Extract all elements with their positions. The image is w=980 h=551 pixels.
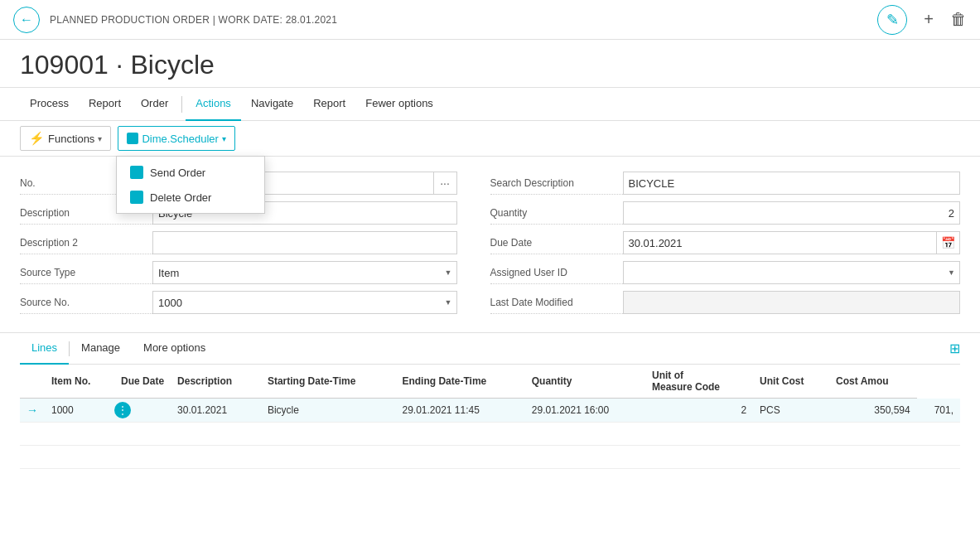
- lines-tab-lines[interactable]: Lines: [20, 333, 69, 365]
- lines-section: Lines Manage More options ⊞ Item No. Due…: [0, 332, 980, 469]
- scheduler-arrow: ▾: [222, 134, 226, 143]
- col-arrow: [20, 365, 45, 399]
- select-assigned-user[interactable]: [623, 261, 961, 284]
- tab-separator: [181, 96, 182, 113]
- label-quantity: Quantity: [490, 201, 623, 225]
- send-order-label: Send Order: [150, 167, 205, 179]
- field-source-type: Item: [152, 261, 457, 284]
- form-right-col: Search Description Quantity Due Date 📅 A…: [490, 170, 961, 319]
- label-description2: Description 2: [20, 231, 152, 254]
- page-heading: 109001 · Bicycle: [0, 40, 980, 88]
- table-row: [20, 423, 960, 446]
- back-button[interactable]: ←: [13, 7, 40, 33]
- col-starting: Starting Date-Time: [261, 365, 396, 399]
- form-row-search-desc: Search Description: [490, 170, 961, 196]
- dropdown-item-send-order[interactable]: Send Order: [117, 160, 264, 185]
- scheduler-dropdown: Send Order Delete Order: [116, 156, 265, 214]
- action-bar: ⚡ Functions ▾ Dime.Scheduler ▾ Send Orde…: [0, 121, 980, 157]
- col-ending: Ending Date-Time: [395, 365, 524, 399]
- form-row-last-modified: Last Date Modified: [490, 289, 961, 316]
- functions-label: Functions: [48, 133, 94, 145]
- calendar-button[interactable]: 📅: [937, 231, 960, 254]
- row-item-no: 1000: [45, 399, 114, 423]
- col-item-no: Item No.: [45, 365, 114, 399]
- delete-order-icon: [130, 191, 143, 204]
- row-starting: 29.01.2021 11:45: [395, 399, 524, 423]
- lines-tab-manage[interactable]: Manage: [70, 333, 132, 365]
- table-row: [20, 446, 960, 469]
- functions-icon: ⚡: [29, 131, 45, 146]
- select-source-type[interactable]: Item: [152, 261, 457, 284]
- tab-process[interactable]: Process: [20, 88, 79, 121]
- scheduler-label: Dime.Scheduler: [142, 133, 219, 145]
- col-unit-cost: Unit Cost: [753, 365, 829, 399]
- tab-actions[interactable]: Actions: [186, 88, 241, 121]
- field-assigned-user: [623, 261, 961, 284]
- form-row-due-date: Due Date 📅: [490, 230, 961, 256]
- field-source-no: 1000: [152, 291, 457, 314]
- row-uom: PCS: [753, 399, 829, 423]
- tab-navigate[interactable]: Navigate: [241, 88, 303, 121]
- field-search-desc: [623, 172, 961, 195]
- top-bar: ← PLANNED PRODUCTION ORDER | WORK DATE: …: [0, 0, 980, 40]
- input-search-desc[interactable]: [623, 172, 961, 195]
- page-title-bar: PLANNED PRODUCTION ORDER | WORK DATE: 28…: [50, 14, 877, 26]
- input-quantity[interactable]: [623, 201, 961, 225]
- input-due-date[interactable]: [623, 231, 938, 254]
- send-order-icon: [130, 166, 143, 179]
- row-quantity: 2: [645, 399, 753, 423]
- scheduler-button[interactable]: Dime.Scheduler ▾: [118, 126, 235, 151]
- row-unit-cost: 350,594: [829, 399, 917, 423]
- delete-button[interactable]: 🗑: [950, 10, 967, 29]
- label-source-type: Source Type: [20, 261, 152, 284]
- top-actions: ✎ + 🗑: [877, 5, 967, 35]
- form-row-quantity: Quantity: [490, 200, 961, 226]
- label-due-date: Due Date: [490, 231, 623, 254]
- lines-tab-bar: Lines Manage More options ⊞: [20, 333, 960, 365]
- form-row-source-type: Source Type Item: [20, 259, 457, 286]
- col-due-date: Due Date: [114, 365, 171, 399]
- row-description: Bicycle: [261, 399, 396, 423]
- label-assigned-user: Assigned User ID: [490, 261, 623, 284]
- tab-report2[interactable]: Report: [303, 88, 355, 121]
- col-quantity: Quantity: [525, 365, 645, 399]
- scheduler-icon: [127, 133, 138, 144]
- label-search-desc: Search Description: [490, 172, 623, 195]
- tab-report[interactable]: Report: [79, 88, 131, 121]
- add-button[interactable]: +: [924, 10, 934, 29]
- field-last-modified: [623, 291, 961, 314]
- functions-arrow: ▾: [98, 134, 102, 143]
- col-cost-amount: Cost Amou: [829, 365, 917, 399]
- lines-expand-button[interactable]: ⊞: [949, 341, 960, 356]
- select-source-no[interactable]: 1000: [152, 291, 457, 314]
- field-quantity: [623, 201, 961, 225]
- table-row[interactable]: → 1000 ⋮ 30.01.2021 Bicycle 29.01.2021 1…: [20, 399, 960, 423]
- field-due-date: 📅: [623, 231, 961, 254]
- form-row-description2: Description 2: [20, 230, 457, 256]
- label-source-no: Source No.: [20, 291, 152, 314]
- functions-button[interactable]: ⚡ Functions ▾: [20, 126, 111, 151]
- dropdown-item-delete-order[interactable]: Delete Order: [117, 185, 264, 210]
- lines-table: Item No. Due Date Description Starting D…: [20, 365, 960, 469]
- col-description: Description: [171, 365, 261, 399]
- row-arrow: →: [20, 399, 45, 423]
- input-description2[interactable]: [152, 231, 457, 254]
- lines-tab-more-options[interactable]: More options: [132, 333, 217, 365]
- tab-fewer-options[interactable]: Fewer options: [355, 88, 443, 121]
- form-row-source-no: Source No. 1000: [20, 289, 457, 316]
- field-description2: [152, 231, 457, 254]
- row-due-date: 30.01.2021: [171, 399, 261, 423]
- tab-bar: Process Report Order Actions Navigate Re…: [0, 88, 980, 121]
- input-last-modified: [623, 291, 961, 314]
- row-dots-cell: ⋮: [114, 399, 171, 423]
- col-uom: Unit of Measure Code: [645, 365, 753, 399]
- row-dots-button[interactable]: ⋮: [114, 402, 131, 418]
- row-cost-amount: 701,: [917, 399, 960, 423]
- no-ellipsis-button[interactable]: ···: [434, 172, 457, 195]
- delete-order-label: Delete Order: [150, 191, 211, 204]
- tab-order[interactable]: Order: [131, 88, 178, 121]
- form-row-assigned-user: Assigned User ID: [490, 259, 961, 286]
- row-ending: 29.01.2021 16:00: [525, 399, 645, 423]
- label-last-modified: Last Date Modified: [490, 291, 623, 314]
- edit-button[interactable]: ✎: [877, 5, 907, 35]
